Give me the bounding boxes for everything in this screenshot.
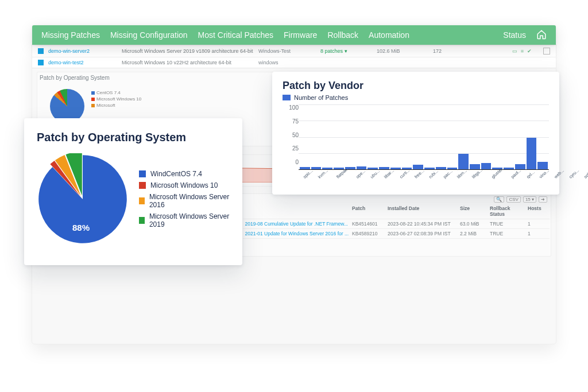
host-name[interactable]: demo-win-server2 xyxy=(48,48,117,54)
nav-most-critical-patches[interactable]: Most Critical Patches xyxy=(198,30,273,40)
vendor-bar xyxy=(481,163,492,169)
vendor-bar xyxy=(436,167,446,169)
mini-patches-table: 🔍 CSV 15 ▾ ➜ Patch Installed Date Size R… xyxy=(241,193,551,257)
host-group: windows xyxy=(258,60,316,65)
pagesize-select[interactable]: 15 ▾ xyxy=(523,196,536,203)
host-os: Microsoft Windows Server 2019 v1809 arch… xyxy=(122,48,254,54)
legend-label: Microsoft Windows Server 2019 xyxy=(149,212,230,228)
legend-item: Microsoft Windows Server 2016 xyxy=(139,193,230,209)
x-tick: kvm... xyxy=(317,168,329,180)
y-tick: 50 xyxy=(292,132,299,138)
nav-firmware[interactable]: Firmware xyxy=(284,30,317,40)
legend-swatch xyxy=(139,170,146,177)
pie-pct-label: 88% xyxy=(72,223,90,232)
nav-status[interactable]: Status xyxy=(503,30,526,40)
y-tick: 75 xyxy=(292,118,299,125)
x-tick: vino... xyxy=(538,168,550,180)
y-tick: 25 xyxy=(292,145,299,152)
x-tick: curti... xyxy=(399,168,411,179)
legend-item: Microsoft Windows 10 xyxy=(139,181,230,189)
windows-icon xyxy=(38,60,44,65)
legend-item: Microsoft Windows Server 2019 xyxy=(139,212,230,228)
nav-automation[interactable]: Automation xyxy=(369,30,409,40)
x-tick xyxy=(487,176,490,180)
host-row[interactable]: demo-win-test2 Microsoft Windows 10 v22H… xyxy=(32,57,556,68)
monitor-icon[interactable]: ▭ xyxy=(512,48,517,54)
vendor-bar-chart: 100 75 50 25 0 spic...kvm...flatpak...op… xyxy=(283,102,549,183)
top-nav: Missing Patches Missing Configuration Mo… xyxy=(32,25,556,45)
check-icon[interactable]: ✔ xyxy=(527,48,532,54)
windows-icon xyxy=(38,48,44,54)
x-tick: ubu... xyxy=(369,168,381,179)
nav-missing-patches[interactable]: Missing Patches xyxy=(41,30,100,40)
legend-swatch xyxy=(139,197,145,204)
row-checkbox[interactable] xyxy=(543,48,550,55)
card-title: Patch by Vendor xyxy=(283,80,549,92)
home-icon[interactable] xyxy=(536,29,547,41)
host-os: Microsoft Windows 10 v22H2 architecture … xyxy=(122,60,254,65)
legend-label: Microsoft Windows Server 2016 xyxy=(149,193,230,209)
x-tick: cyru... xyxy=(568,168,580,179)
list-icon[interactable]: ≡ xyxy=(521,48,524,54)
x-tick: sqlite... xyxy=(583,166,588,180)
vendor-bar xyxy=(311,167,322,169)
nav-missing-configuration[interactable]: Missing Configuration xyxy=(110,30,188,40)
legend-label: Number of Patches xyxy=(294,94,348,101)
legend-label: WindCentOS 7.4 xyxy=(150,170,202,178)
os-legend: WindCentOS 7.4Microsoft Windows 10Micros… xyxy=(139,166,230,232)
legend-swatch xyxy=(139,217,145,224)
nav-rollback[interactable]: Rollback xyxy=(327,30,358,40)
x-tick: paol... xyxy=(510,168,522,179)
card-patch-by-os: Patch by Operating System 88% WindCentOS… xyxy=(24,118,242,265)
x-tick: rubi... xyxy=(428,168,439,179)
host-group: Windows-Test xyxy=(258,48,316,54)
legend-item: WindCentOS 7.4 xyxy=(139,170,230,178)
table-row[interactable]: 2019-08 Cumulative Update for .NET Frame… xyxy=(243,219,550,229)
search-btn[interactable]: 🔍 xyxy=(494,196,504,203)
host-row[interactable]: demo-win-server2 Microsoft Windows Serve… xyxy=(32,45,556,57)
x-tick: web... xyxy=(553,168,565,180)
x-tick: libar... xyxy=(383,168,395,180)
legend-swatch xyxy=(139,182,146,189)
host-size: 102.6 MiB xyxy=(377,48,428,54)
csv-button[interactable]: CSV xyxy=(506,196,520,203)
x-tick: qxl... xyxy=(525,169,536,179)
x-tick xyxy=(332,176,335,180)
legend-swatch xyxy=(283,95,291,100)
panel-title: Patch by Operating System xyxy=(40,75,110,81)
card-title: Patch by Operating System xyxy=(37,131,230,144)
x-tick: pac... xyxy=(442,169,454,180)
os-pie-chart: 88% xyxy=(37,153,129,245)
card-patch-by-vendor: Patch by Vendor Number of Patches 100 75… xyxy=(272,72,559,195)
y-tick: 100 xyxy=(289,104,299,111)
vendor-bar xyxy=(458,154,469,170)
host-count: 172 xyxy=(433,48,473,54)
export-icon[interactable]: ➜ xyxy=(539,196,547,203)
vendor-bar xyxy=(379,167,389,169)
host-name[interactable]: demo-win-test2 xyxy=(48,60,117,65)
vendor-bar xyxy=(424,168,435,169)
x-tick: free... xyxy=(413,168,425,180)
x-tick: spic... xyxy=(302,168,314,180)
legend-label: Microsoft Windows 10 xyxy=(150,181,218,189)
x-tick: libm... xyxy=(456,168,468,180)
x-tick: ope... xyxy=(355,168,366,179)
host-patches[interactable]: 8 patches ▾ xyxy=(320,48,372,54)
vendor-bar xyxy=(527,138,537,169)
table-row[interactable]: 2021-01 Update for Windows Server 2016 f… xyxy=(243,229,550,239)
